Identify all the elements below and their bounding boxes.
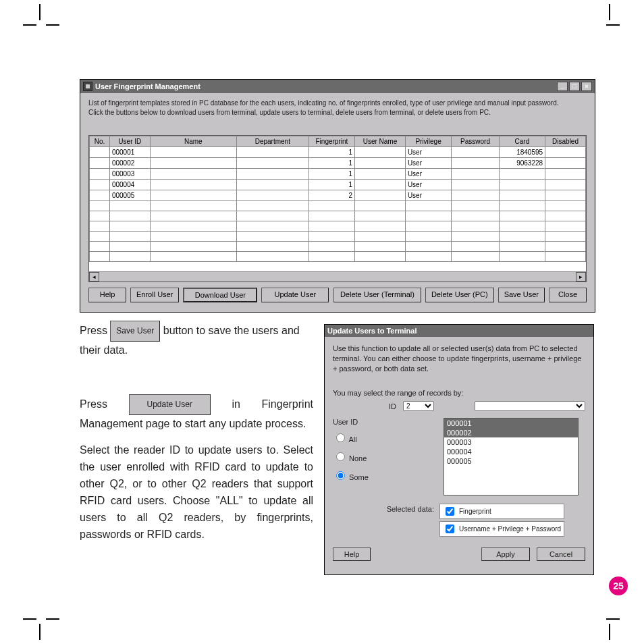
description-text: List of fingerprint templates stored in … xyxy=(88,99,587,117)
instruction-paragraph-2: Press Update User in Fingerprint Managem… xyxy=(80,394,313,432)
update-user-button[interactable]: Update User xyxy=(261,288,329,302)
user-id-label: User ID xyxy=(333,418,434,426)
table-row[interactable]: 0000052User xyxy=(90,190,586,201)
minimize-icon[interactable]: _ xyxy=(557,82,568,91)
list-item[interactable]: 000003 xyxy=(444,437,578,447)
inline-update-user-button: Update User xyxy=(129,394,211,415)
dialog-titlebar: Update Users to Terminal xyxy=(325,325,593,337)
list-item[interactable]: 000005 xyxy=(444,456,578,466)
secondary-dropdown[interactable] xyxy=(475,401,585,411)
page-number-badge: 25 xyxy=(609,576,628,595)
scroll-right-icon[interactable]: ▸ xyxy=(576,272,586,281)
table-row[interactable] xyxy=(90,252,586,262)
table-row[interactable]: 0000011User1840595 xyxy=(90,147,586,158)
dialog-help-button[interactable]: Help xyxy=(333,547,371,561)
titlebar: User Fingerprint Management _ □ × xyxy=(80,80,595,93)
column-header[interactable]: Department xyxy=(236,136,308,147)
table-row[interactable] xyxy=(90,221,586,232)
column-header[interactable]: Name xyxy=(150,136,236,147)
column-header[interactable]: Privilege xyxy=(405,136,451,147)
column-header[interactable]: User Name xyxy=(355,136,406,147)
cancel-button[interactable]: Cancel xyxy=(537,547,585,561)
app-icon xyxy=(83,82,92,91)
maximize-icon[interactable]: □ xyxy=(569,82,580,91)
window-title: User Fingerprint Management xyxy=(95,82,200,90)
radio-some[interactable]: Some xyxy=(333,469,434,481)
column-header[interactable]: No. xyxy=(90,136,110,147)
inline-save-user-button: Save User xyxy=(110,321,160,342)
column-header[interactable]: Card xyxy=(499,136,545,147)
delete-user-terminal-button[interactable]: Delete User (Terminal) xyxy=(333,288,421,302)
checkbox-username-priv-password[interactable]: Username + Privilege + Password xyxy=(439,521,564,537)
checkbox-fingerprint[interactable]: Fingerprint xyxy=(439,504,564,519)
horizontal-scrollbar[interactable]: ◂ ▸ xyxy=(89,271,586,281)
close-icon[interactable]: × xyxy=(581,82,592,91)
user-grid: No.User IDNameDepartmentFingerprintUser … xyxy=(88,135,587,282)
delete-user-pc-button[interactable]: Delete User (PC) xyxy=(425,288,494,302)
table-row[interactable]: 0000031User xyxy=(90,169,586,180)
table-row[interactable] xyxy=(90,211,586,221)
list-item[interactable]: 000004 xyxy=(444,447,578,456)
column-header[interactable]: Password xyxy=(452,136,500,147)
instruction-paragraph-1: Press Save User button to save the users… xyxy=(80,321,313,358)
id-label: ID xyxy=(333,401,396,410)
dialog-description: Use this function to update all or selec… xyxy=(333,344,585,374)
save-user-button[interactable]: Save User xyxy=(498,288,545,302)
table-row[interactable] xyxy=(90,232,586,242)
apply-button[interactable]: Apply xyxy=(481,547,530,561)
id-dropdown[interactable]: 2 xyxy=(403,401,434,411)
instruction-paragraph-3: Select the reader ID to update users to.… xyxy=(80,441,313,543)
user-id-listbox[interactable]: 000001000002000003000004000005 xyxy=(444,418,579,495)
selected-data-label: Selected data: xyxy=(333,504,434,513)
table-row[interactable]: 0000021User9063228 xyxy=(90,158,586,169)
column-header[interactable]: User ID xyxy=(109,136,150,147)
enroll-user-button[interactable]: Enroll User xyxy=(130,288,179,302)
close-button[interactable]: Close xyxy=(549,288,587,302)
radio-all[interactable]: All xyxy=(333,431,434,444)
table-row[interactable] xyxy=(90,201,586,211)
download-user-button[interactable]: Download User xyxy=(183,288,257,302)
list-item[interactable]: 000001 xyxy=(444,419,578,428)
table-row[interactable] xyxy=(90,242,586,252)
help-button[interactable]: Help xyxy=(88,288,126,302)
column-header[interactable]: Disabled xyxy=(545,136,586,147)
radio-none[interactable]: None xyxy=(333,450,434,462)
user-fingerprint-management-window: User Fingerprint Management _ □ × List o… xyxy=(80,79,595,313)
column-header[interactable]: Fingerprint xyxy=(308,136,354,147)
scroll-left-icon[interactable]: ◂ xyxy=(89,272,99,281)
table-row[interactable]: 0000041User xyxy=(90,180,586,190)
range-label: You may select the range of records by: xyxy=(333,389,585,397)
list-item[interactable]: 000002 xyxy=(444,428,578,437)
dialog-title: Update Users to Terminal xyxy=(327,327,417,335)
update-users-to-terminal-dialog: Update Users to Terminal Use this functi… xyxy=(324,324,594,575)
